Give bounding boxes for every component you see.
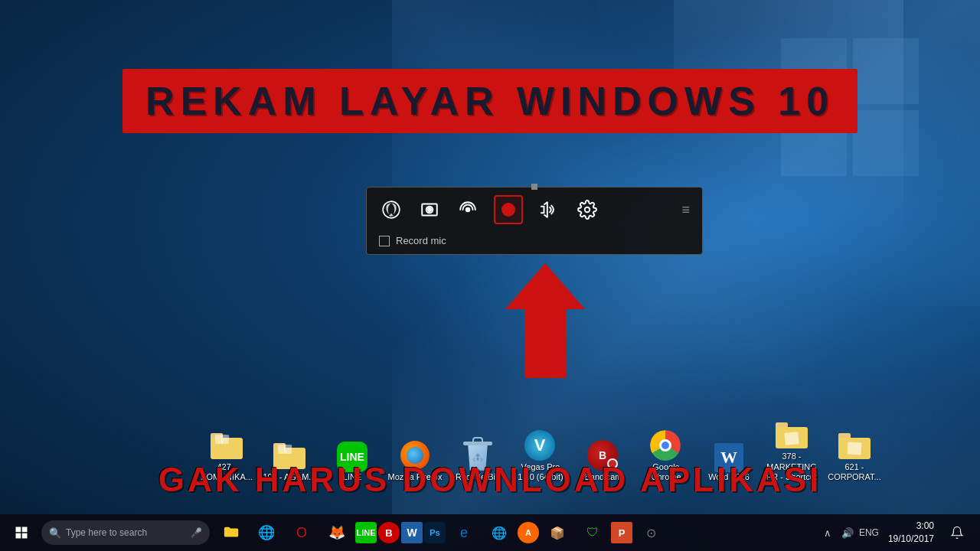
title-banner: REKAM LAYAR WINDOWS 10 <box>122 69 858 133</box>
tray-clock[interactable]: 3:00 19/10/2017 <box>882 520 940 546</box>
svg-rect-7 <box>22 527 28 533</box>
start-button[interactable] <box>3 514 40 551</box>
settings-icon[interactable] <box>575 197 599 222</box>
microphone-icon[interactable]: 🎤 <box>191 527 202 538</box>
svg-rect-8 <box>16 533 21 539</box>
taskbar-powerpoint[interactable]: P <box>611 522 632 543</box>
taskbar-apps: 🌐 O 🦊 LINE B W Ps e 🌐 A 📦 🛡 P <box>214 516 668 549</box>
tray-date-text: 19/10/2017 <box>888 533 934 546</box>
taskbar-opera[interactable]: O <box>285 516 318 549</box>
taskbar-network[interactable]: 🌐 <box>482 516 516 549</box>
subtitle-banner: GAK HARUS DOWNLOAD APLIKASI <box>0 461 980 499</box>
taskbar-firefox[interactable]: 🦊 <box>320 516 354 549</box>
taskbar-search[interactable]: 🔍 Type here to search 🎤 <box>41 520 210 545</box>
search-placeholder: Type here to search <box>66 527 147 538</box>
record-mic-label: Record mic <box>396 235 446 246</box>
search-icon: 🔍 <box>49 527 61 539</box>
svg-rect-9 <box>22 533 28 539</box>
gamebar-record-mic-row: Record mic <box>379 230 690 246</box>
gamebar-handle[interactable]: ≡ <box>681 202 690 218</box>
taskbar-photoshop[interactable]: Ps <box>424 522 446 543</box>
taskbar-edge[interactable]: e <box>447 516 481 549</box>
broadcast-icon[interactable] <box>456 197 480 222</box>
tray-action-center[interactable] <box>943 516 971 549</box>
svg-point-4 <box>466 207 471 213</box>
taskbar: 🔍 Type here to search 🎤 🌐 O 🦊 LINE B W <box>0 514 980 551</box>
folder3-icon <box>776 422 808 450</box>
arrow-indicator <box>505 263 585 378</box>
xbox-icon[interactable] <box>379 197 403 222</box>
system-tray: ∧ 🔊 ENG 3:00 19/10/2017 <box>819 516 977 549</box>
svg-point-5 <box>585 207 590 213</box>
gamebar-drag-dot <box>531 184 537 190</box>
arrow-head <box>505 263 585 309</box>
svg-rect-6 <box>16 527 21 533</box>
screenshot-icon[interactable] <box>417 197 442 222</box>
vegas-icon: V <box>524 430 557 461</box>
folder1-icon <box>211 433 243 461</box>
gamebar-overlay: ≡ Record mic <box>366 187 703 255</box>
record-button[interactable] <box>494 195 523 224</box>
title-text: REKAM LAYAR WINDOWS 10 <box>141 78 839 124</box>
taskbar-word[interactable]: W <box>401 522 423 543</box>
record-mic-checkbox[interactable] <box>379 236 390 246</box>
desktop-background: REKAM LAYAR WINDOWS 10 <box>0 0 980 551</box>
taskbar-line[interactable]: LINE <box>355 522 377 543</box>
taskbar-chrome[interactable]: 🌐 <box>250 516 283 549</box>
tray-volume-icon[interactable]: 🔊 <box>839 524 856 541</box>
taskbar-file-explorer[interactable] <box>214 516 248 549</box>
audio-icon[interactable] <box>537 197 561 222</box>
subtitle-text: GAK HARUS DOWNLOAD APLIKASI <box>0 461 980 499</box>
taskbar-obs[interactable]: ⊙ <box>634 516 668 549</box>
svg-point-3 <box>428 208 431 211</box>
gamebar-toolbar: ≡ <box>379 195 690 230</box>
tray-language[interactable]: ENG <box>859 527 879 538</box>
taskbar-kaspersky[interactable]: 🛡 <box>576 516 609 549</box>
record-circle <box>501 203 515 217</box>
tray-time-text: 3:00 <box>916 520 934 533</box>
taskbar-winrar[interactable]: 📦 <box>541 516 574 549</box>
arrow-shaft <box>524 309 566 378</box>
chrome-icon <box>650 430 682 461</box>
gamebar-icons <box>379 195 599 224</box>
tray-show-hidden[interactable]: ∧ <box>819 524 836 541</box>
folder4-icon <box>838 433 871 461</box>
taskbar-bandicam[interactable]: B <box>378 522 400 543</box>
taskbar-avast[interactable]: A <box>518 522 539 543</box>
